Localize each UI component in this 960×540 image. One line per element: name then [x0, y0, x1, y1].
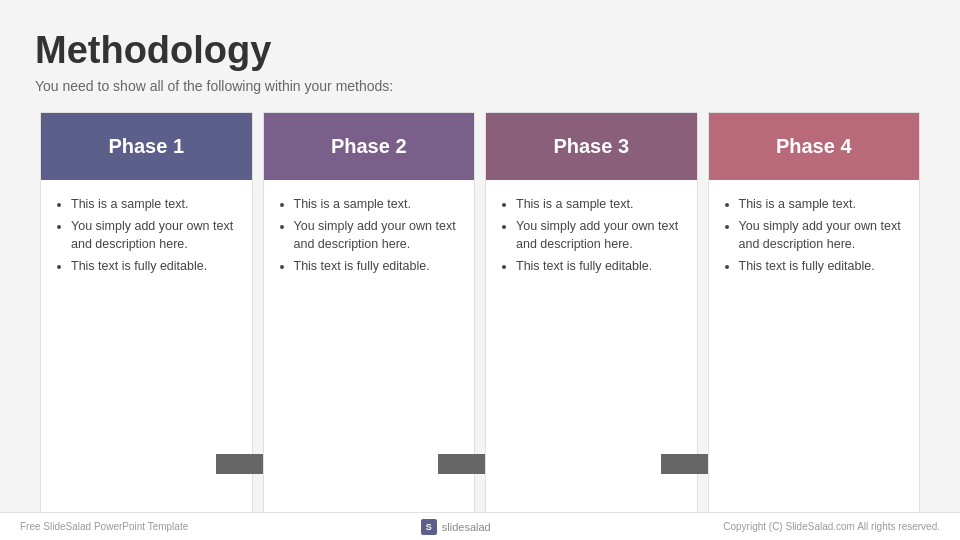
phase-1-bullet-1: This is a sample text. — [71, 195, 238, 213]
phase-3-body: This is a sample text. You simply add yo… — [486, 180, 697, 539]
footer-brand: slidesalad — [442, 521, 491, 533]
footer-left-text: Free SlideSalad PowerPoint Template — [20, 521, 188, 532]
phase-2-header: Phase 2 — [264, 113, 475, 180]
phase-4-bullet-1: This is a sample text. — [739, 195, 906, 213]
phase-2-body: This is a sample text. You simply add yo… — [264, 180, 475, 539]
phase-1-body: This is a sample text. You simply add yo… — [41, 180, 252, 539]
phase-1-title: Phase 1 — [51, 135, 242, 158]
phase-4-wrapper: Phase 4 This is a sample text. You simpl… — [703, 112, 926, 540]
phase-2-title: Phase 2 — [274, 135, 465, 158]
phase-4-title: Phase 4 — [719, 135, 910, 158]
phase-4-header: Phase 4 — [709, 113, 920, 180]
phase-4-card: Phase 4 This is a sample text. You simpl… — [708, 112, 921, 540]
slide-subtitle: You need to show all of the following wi… — [35, 78, 925, 94]
phase-3-bullet-2: You simply add your own text and descrip… — [516, 217, 683, 253]
phase-1-bullet-3: This text is fully editable. — [71, 257, 238, 275]
slide: Methodology You need to show all of the … — [0, 0, 960, 540]
footer-right-text: Copyright (C) SlideSalad.com All rights … — [723, 521, 940, 532]
phase-2-bullet-2: You simply add your own text and descrip… — [294, 217, 461, 253]
phase-1-header: Phase 1 — [41, 113, 252, 180]
phase-3-bullet-3: This text is fully editable. — [516, 257, 683, 275]
phase-1-bullet-2: You simply add your own text and descrip… — [71, 217, 238, 253]
phase-4-body: This is a sample text. You simply add yo… — [709, 180, 920, 539]
phase-2-bullet-1: This is a sample text. — [294, 195, 461, 213]
phase-2-bullet-3: This text is fully editable. — [294, 257, 461, 275]
phase-3-header: Phase 3 — [486, 113, 697, 180]
phase-3-title: Phase 3 — [496, 135, 687, 158]
phase-3-bullet-1: This is a sample text. — [516, 195, 683, 213]
phases-container: Phase 1 This is a sample text. You simpl… — [35, 112, 925, 540]
phase-4-bullet-2: You simply add your own text and descrip… — [739, 217, 906, 253]
footer-logo-icon: S — [421, 519, 437, 535]
phase-4-bullet-3: This text is fully editable. — [739, 257, 906, 275]
footer-center: S slidesalad — [421, 519, 491, 535]
slide-title: Methodology — [35, 30, 925, 72]
footer: Free SlideSalad PowerPoint Template S sl… — [0, 512, 960, 540]
